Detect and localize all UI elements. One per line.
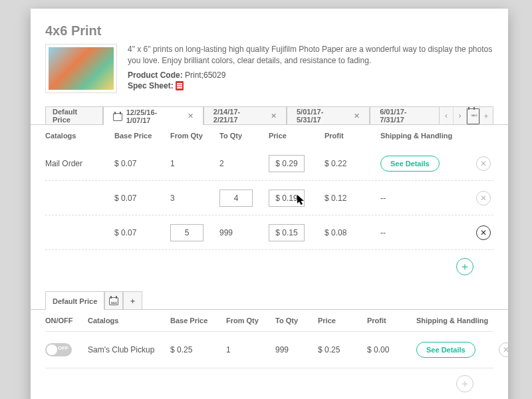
tab-prev-button[interactable]: ‹	[440, 107, 453, 124]
tab-label: 6/01/17-7/31/17	[380, 108, 430, 124]
cell-shipping: --	[380, 194, 473, 203]
close-icon[interactable]: ✕	[354, 112, 360, 120]
tab-add-2[interactable]: ＋	[123, 291, 142, 310]
calendar-sale-icon: SALE	[109, 296, 118, 305]
cell-shipping: --	[380, 228, 473, 237]
to-qty-input[interactable]	[219, 190, 253, 207]
col-shipping: Shipping & Handling	[416, 317, 496, 325]
product-description: 4" x 6" prints on long-lasting high qual…	[128, 44, 493, 66]
col-onoff: ON/OFF	[45, 317, 85, 325]
price-row: Mail Order $ 0.07 1 2 $ 0.22 See Details…	[45, 146, 493, 181]
delete-row-button[interactable]: ✕	[476, 225, 491, 240]
tab-date-3[interactable]: 6/01/17-7/31/17	[370, 106, 439, 125]
cell-profit: $ 0.08	[325, 228, 378, 237]
calendar-icon	[113, 112, 122, 121]
price-row: OFF Sam's Club Pickup $ 0.25 1 999 $ 0.2…	[45, 331, 493, 368]
toggle-label: OFF	[58, 345, 68, 351]
product-code-value: Print;65029	[185, 70, 225, 80]
tab-label: Default Price	[53, 297, 97, 305]
cell-from: 3	[170, 194, 217, 203]
page-title: 4x6 Print	[45, 23, 493, 39]
col-to-qty: To Qty	[219, 132, 266, 140]
from-qty-input[interactable]	[170, 224, 203, 241]
cell-from: 1	[226, 345, 273, 354]
spec-sheet-label: Spec Sheet:	[128, 81, 174, 90]
cell-base: $ 0.07	[114, 194, 168, 203]
tab-label: Default Price	[53, 108, 96, 124]
col-catalogs: Catalogs	[88, 317, 168, 325]
tab-default-price[interactable]: Default Price	[45, 106, 103, 125]
tab-date-2[interactable]: 5/01/17-5/31/17 ✕	[287, 106, 370, 125]
tab-date-0[interactable]: 12/25/16-1/07/17 ✕	[103, 106, 203, 125]
price-row: $ 0.07 999 $ 0.08 -- ✕	[45, 215, 493, 250]
price-input[interactable]	[269, 155, 305, 172]
tab-default-price-2[interactable]: Default Price	[45, 291, 104, 310]
col-base-price: Base Price	[170, 317, 223, 325]
col-profit: Profit	[367, 317, 414, 325]
add-row-button[interactable]: ＋	[456, 375, 473, 392]
cell-to: 2	[219, 159, 266, 168]
delete-row-button[interactable]: ✕	[476, 191, 491, 205]
col-to-qty: To Qty	[275, 317, 315, 325]
calendar-sale-icon: SALE	[467, 107, 479, 124]
tab-label: 5/01/17-5/31/17	[297, 108, 346, 124]
tab-add-sale-button[interactable]: SALE	[466, 107, 479, 124]
col-price: Price	[318, 317, 364, 325]
close-icon[interactable]: ✕	[188, 112, 194, 120]
cell-from: 1	[170, 159, 217, 168]
col-base-price: Base Price	[114, 132, 168, 140]
col-profit: Profit	[325, 132, 378, 140]
cell-catalog: Mail Order	[45, 159, 112, 168]
cell-profit: $ 0.00	[367, 345, 414, 354]
col-from-qty: From Qty	[170, 132, 217, 140]
tab-date-1[interactable]: 2/14/17-2/21/17 ✕	[203, 106, 287, 125]
delete-row-button[interactable]: ✕	[499, 342, 513, 357]
add-row-button[interactable]: ＋	[456, 258, 473, 275]
price-row: $ 0.07 3 $ 0.12 -- ✕	[45, 181, 493, 215]
cell-base: $ 0.07	[114, 159, 168, 168]
cell-catalog: Sam's Club Pickup	[88, 345, 168, 354]
col-shipping: Shipping & Handling	[380, 132, 473, 140]
tab-label: 12/25/16-1/07/17	[126, 108, 180, 124]
col-price: Price	[269, 132, 322, 140]
cell-base: $ 0.25	[170, 345, 223, 354]
cell-base: $ 0.07	[114, 228, 168, 237]
cell-profit: $ 0.12	[325, 194, 378, 203]
tab-label: 2/14/17-2/21/17	[213, 108, 263, 124]
price-input[interactable]	[269, 190, 305, 207]
close-icon[interactable]: ✕	[271, 112, 277, 120]
tab-add-sale-2[interactable]: SALE	[104, 291, 123, 310]
onoff-toggle[interactable]: OFF	[45, 343, 72, 356]
product-thumbnail	[45, 44, 117, 93]
cell-price: $ 0.25	[318, 345, 364, 354]
tab-next-button[interactable]: ›	[453, 107, 466, 124]
cell-to: 999	[219, 228, 266, 237]
product-code-label: Product Code:	[128, 70, 183, 80]
see-details-button[interactable]: See Details	[416, 342, 475, 358]
price-input[interactable]	[269, 224, 305, 241]
delete-row-button[interactable]: ✕	[476, 156, 491, 171]
tab-add-button[interactable]: ＋	[479, 107, 493, 124]
col-catalogs: Catalogs	[45, 132, 112, 140]
see-details-button[interactable]: See Details	[380, 156, 440, 172]
col-from-qty: From Qty	[226, 317, 273, 325]
cell-profit: $ 0.22	[325, 159, 378, 168]
cell-to: 999	[275, 345, 315, 354]
pdf-icon[interactable]	[176, 81, 184, 90]
